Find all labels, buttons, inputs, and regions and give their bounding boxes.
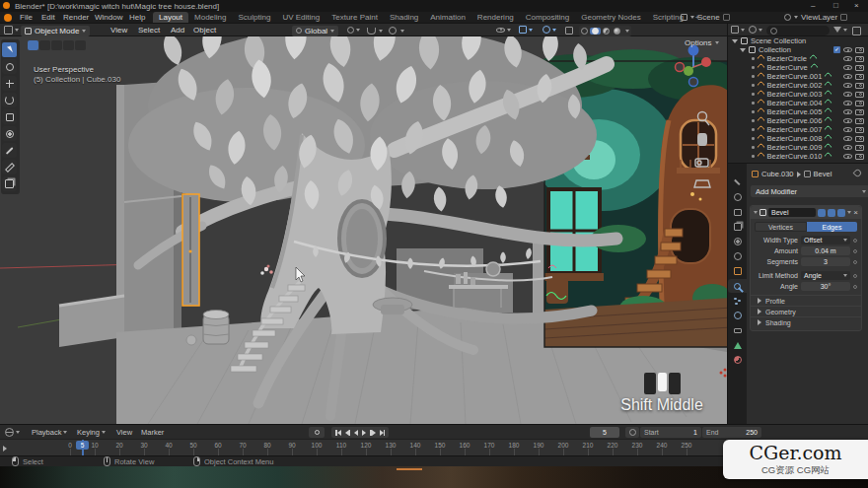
viewport-3d-scene[interactable]	[0, 36, 727, 424]
breadcrumb-object[interactable]: Cube.030	[761, 170, 794, 178]
playhead-frame-badge[interactable]: 5	[76, 441, 89, 450]
hide-eye-icon[interactable]	[843, 118, 852, 123]
outliner-display-mode[interactable]	[731, 26, 745, 34]
edit-mode-display-toggle[interactable]	[818, 209, 826, 217]
modifier-name-field[interactable]: Bevel	[768, 208, 816, 217]
hide-eye-icon[interactable]	[843, 101, 852, 105]
shading-dropdown[interactable]	[622, 30, 631, 33]
outliner-row[interactable]: BezierCurve.005	[728, 107, 868, 116]
new-collection-button[interactable]	[852, 27, 861, 35]
tab-geometry-nodes[interactable]: Geometry Nodes	[575, 12, 646, 23]
outliner-row-scene-collection[interactable]: Scene Collection	[728, 36, 868, 45]
render-display-toggle[interactable]	[837, 209, 845, 217]
select-mode-subtract-button[interactable]	[51, 40, 62, 50]
disable-render-icon[interactable]	[855, 101, 864, 106]
properties-tab-tool[interactable]	[728, 175, 747, 189]
tool-move[interactable]	[2, 76, 17, 91]
view-layer-selector[interactable]: ViewLayer	[784, 13, 847, 22]
start-frame-field[interactable]: Start1	[640, 427, 701, 438]
tab-modeling[interactable]: Modeling	[188, 12, 232, 23]
tab-rendering[interactable]: Rendering	[471, 12, 520, 23]
animate-dot[interactable]	[853, 249, 857, 253]
properties-tab-data[interactable]	[728, 338, 747, 352]
expand-icon[interactable]	[754, 211, 758, 214]
menu-render[interactable]: Render	[63, 13, 89, 22]
use-preview-range-button[interactable]	[625, 427, 639, 438]
tool-cursor[interactable]	[2, 59, 17, 74]
menu-view[interactable]: View	[110, 26, 127, 35]
properties-tab-material[interactable]	[728, 353, 747, 367]
edges-tab[interactable]: Edges	[807, 222, 857, 232]
outliner-row[interactable]: BezierCurve.008	[728, 134, 868, 143]
select-mode-extend-button[interactable]	[39, 40, 50, 50]
scene-selector[interactable]: Scene	[681, 13, 730, 22]
visibility-dropdown[interactable]	[496, 28, 511, 33]
disable-render-icon[interactable]	[855, 136, 864, 142]
section-geometry[interactable]: Geometry	[751, 306, 861, 316]
tab-sculpting[interactable]: Sculpting	[233, 12, 277, 23]
timeline-menu-keying[interactable]: Keying	[77, 428, 106, 437]
outliner-row[interactable]: BezierCurve.004	[728, 99, 868, 107]
hide-eye-icon[interactable]	[843, 74, 852, 79]
shading-rendered-button[interactable]	[612, 28, 622, 35]
proportional-falloff-dropdown[interactable]	[400, 30, 404, 33]
timeline-editor-type[interactable]	[5, 428, 20, 437]
outliner-search-input[interactable]	[766, 26, 830, 35]
jump-to-start-button[interactable]	[335, 430, 341, 436]
tab-uv-editing[interactable]: UV Editing	[276, 12, 326, 23]
prev-keyframe-button[interactable]	[345, 430, 351, 436]
hide-eye-icon[interactable]	[843, 65, 852, 70]
tool-scale[interactable]	[2, 109, 17, 124]
vertices-tab[interactable]: Vertices	[755, 222, 807, 232]
timeline-menu-playback[interactable]: Playback	[32, 428, 67, 437]
disable-render-icon[interactable]	[855, 109, 864, 115]
menu-edit[interactable]: Edit	[41, 13, 55, 22]
properties-tab-physics[interactable]	[728, 309, 747, 322]
pivot-point-dropdown[interactable]	[347, 27, 360, 34]
outliner-filter-collection[interactable]	[749, 26, 762, 34]
amount-field[interactable]: 0.04 m	[801, 246, 850, 255]
menu-object[interactable]: Object	[193, 26, 216, 35]
shading-wireframe-button[interactable]	[579, 28, 590, 35]
properties-tab-modifiers[interactable]	[728, 279, 747, 293]
outliner-row[interactable]: BezierCurve.007	[728, 125, 868, 134]
menu-select[interactable]: Select	[138, 26, 160, 35]
current-frame-field[interactable]: 5	[590, 427, 619, 438]
segments-field[interactable]: 3	[801, 257, 850, 266]
properties-tab-scene[interactable]	[728, 235, 747, 248]
hide-eye-icon[interactable]	[843, 145, 852, 150]
tool-annotate[interactable]	[2, 143, 17, 158]
select-mode-set-button[interactable]	[28, 40, 38, 50]
disable-render-icon[interactable]	[855, 74, 864, 80]
auto-keying-button[interactable]	[309, 427, 325, 438]
outliner-row[interactable]: BezierCurve.001	[728, 72, 868, 81]
show-gizmo-dropdown[interactable]	[519, 26, 533, 34]
show-overlays-dropdown[interactable]	[542, 26, 556, 34]
proportional-edit-icon[interactable]	[389, 27, 397, 35]
timeline-expand-arrow[interactable]	[3, 446, 7, 452]
play-button[interactable]	[362, 430, 366, 436]
properties-tab-world[interactable]	[728, 249, 747, 263]
outliner-row[interactable]: BezierCurve.006	[728, 116, 868, 125]
hide-eye-icon[interactable]	[843, 47, 852, 52]
xray-toggle[interactable]	[565, 27, 573, 35]
collection-checkbox[interactable]: ✓	[833, 46, 840, 53]
properties-tab-render[interactable]	[728, 190, 747, 204]
disable-render-icon[interactable]	[855, 47, 864, 53]
animate-dot[interactable]	[853, 274, 857, 278]
properties-tab-object[interactable]	[728, 264, 747, 278]
mode-dropdown[interactable]: Object Mode	[21, 26, 90, 36]
width-type-dropdown[interactable]: Offset	[801, 236, 850, 244]
outliner-row[interactable]: BezierCurve.009	[728, 143, 868, 152]
transform-orientation-dropdown[interactable]: Global	[292, 26, 338, 36]
outliner-row[interactable]: BezierCurve.003	[728, 90, 868, 99]
disable-render-icon[interactable]	[855, 154, 864, 160]
outliner-row[interactable]: BezierCircle	[728, 54, 868, 63]
breadcrumb-modifier[interactable]: Bevel	[814, 170, 832, 178]
menu-help[interactable]: Help	[129, 13, 145, 22]
tool-select-box[interactable]	[2, 42, 17, 57]
timeline-menu-marker[interactable]: Marker	[141, 428, 164, 437]
tool-rotate[interactable]	[2, 93, 17, 107]
pin-icon[interactable]	[853, 169, 863, 178]
disable-render-icon[interactable]	[855, 145, 864, 151]
